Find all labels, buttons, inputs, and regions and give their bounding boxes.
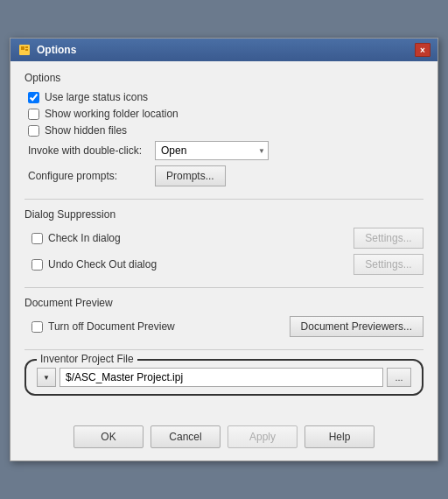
options-section-label: Options (24, 72, 424, 84)
divider1 (24, 199, 424, 200)
svg-rect-3 (25, 49, 28, 51)
use-large-icons-label: Use large status icons (45, 91, 148, 103)
title-bar: Options × (10, 39, 438, 61)
dialog-suppression-section: Dialog Suppression Check In dialog Setti… (24, 208, 424, 275)
divider2 (24, 287, 424, 288)
title-bar-left: Options (18, 43, 76, 57)
svg-rect-2 (25, 46, 28, 48)
footer-buttons: OK Cancel Apply Help (10, 418, 438, 460)
invoke-row: Invoke with double-click: Open Edit Prop… (24, 141, 424, 160)
show-hidden-files-row: Show hidden files (24, 124, 424, 137)
help-button[interactable]: Help (304, 425, 374, 448)
document-preview-section: Document Preview Turn off Document Previ… (24, 297, 424, 337)
invoke-label: Invoke with double-click: (28, 144, 155, 157)
configure-prompts-label: Configure prompts: (28, 170, 155, 182)
undo-checkout-checkbox[interactable] (32, 259, 43, 271)
project-browse-button[interactable]: ... (387, 368, 411, 387)
options-dialog: Options × Options Use large status icons… (10, 38, 438, 461)
close-button[interactable]: × (415, 43, 430, 57)
window-icon (18, 43, 32, 57)
apply-button[interactable]: Apply (228, 425, 298, 448)
doc-previewers-button[interactable]: Document Previewers... (290, 316, 424, 337)
project-path-input[interactable] (60, 368, 383, 387)
dialog-suppression-label: Dialog Suppression (24, 208, 424, 221)
ok-button[interactable]: OK (74, 425, 144, 448)
svg-rect-1 (21, 46, 24, 50)
options-section: Options Use large status icons Show work… (24, 72, 424, 186)
divider3 (24, 349, 424, 350)
use-large-icons-row: Use large status icons (24, 91, 424, 103)
check-in-checkbox[interactable] (32, 233, 43, 244)
show-working-folder-checkbox[interactable] (28, 109, 39, 120)
show-hidden-files-label: Show hidden files (45, 124, 127, 137)
turn-off-preview-label: Turn off Document Preview (48, 320, 175, 333)
cancel-button[interactable]: Cancel (150, 425, 220, 448)
undo-checkout-checkbox-row: Undo Check Out dialog (28, 258, 157, 271)
invoke-select[interactable]: Open Edit Properties (155, 141, 269, 160)
check-in-checkbox-row: Check In dialog (28, 232, 121, 244)
show-working-folder-label: Show working folder location (45, 108, 178, 120)
dialog-content: Options Use large status icons Show work… (10, 61, 438, 418)
check-in-settings-button: Settings... (354, 228, 424, 249)
undo-checkout-row: Undo Check Out dialog Settings... (24, 254, 424, 275)
document-preview-label: Document Preview (24, 297, 424, 309)
project-dropdown-button[interactable]: ▼ (37, 368, 56, 387)
show-hidden-files-checkbox[interactable] (28, 125, 39, 137)
undo-checkout-settings-button: Settings... (354, 254, 424, 275)
undo-checkout-label: Undo Check Out dialog (48, 258, 157, 271)
turn-off-preview-row: Turn off Document Preview Document Previ… (24, 316, 424, 337)
prompts-button[interactable]: Prompts... (155, 165, 226, 186)
use-large-icons-checkbox[interactable] (28, 92, 39, 103)
turn-off-preview-checkbox[interactable] (32, 321, 43, 333)
check-in-row: Check In dialog Settings... (24, 228, 424, 249)
turn-off-preview-checkbox-row: Turn off Document Preview (28, 320, 175, 333)
configure-prompts-row: Configure prompts: Prompts... (24, 165, 424, 186)
project-row: ▼ ... (37, 368, 411, 387)
inventor-project-section: Inventor Project File ▼ ... (24, 359, 424, 396)
check-in-label: Check In dialog (48, 232, 121, 244)
inventor-project-label: Inventor Project File (37, 353, 137, 365)
title-text: Options (37, 44, 76, 56)
show-working-folder-row: Show working folder location (24, 108, 424, 120)
invoke-select-wrapper: Open Edit Properties (155, 141, 269, 160)
